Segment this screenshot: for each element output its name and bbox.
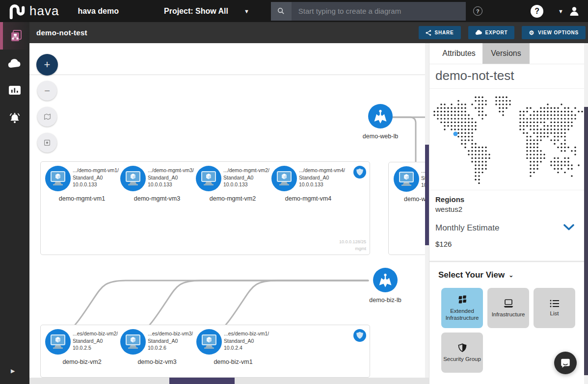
- bar-chart-icon: [8, 85, 21, 96]
- diagram-canvas[interactable]: + − demo-web-lb demo-biz-lb 10.0.0.128/2…: [29, 43, 429, 384]
- azure-vm-icon: [45, 166, 71, 191]
- view-tile-infrastructure[interactable]: Infrastructure: [487, 288, 529, 328]
- canvas-vscrollbar-thumb[interactable]: [425, 145, 429, 245]
- center-icon: [43, 138, 52, 147]
- sidebar-item-alerts[interactable]: [0, 104, 29, 132]
- region-value: westus2: [435, 205, 582, 213]
- nsg-shield-icon: [353, 329, 366, 342]
- panel-tabs: Attributes Versions: [429, 43, 588, 64]
- region-map: [430, 90, 587, 189]
- estimate-expand-chevron-icon[interactable]: [563, 224, 574, 232]
- top-bar: hava hava demo Project: Show All ▼ ? ? ▼: [0, 0, 588, 22]
- brand-name: hava: [29, 3, 59, 19]
- regions-label: Regions: [435, 195, 582, 204]
- diagram-title: demo-not-test: [36, 28, 87, 37]
- azure-vm-icon: [394, 166, 419, 192]
- help-icon[interactable]: ?: [531, 5, 543, 18]
- vm-details: ...es/demo-biz-vm2/ Standard_A0 10.0.2.5: [73, 330, 118, 352]
- tab-versions[interactable]: Versions: [482, 43, 530, 64]
- project-dropdown[interactable]: Project: Show All ▼: [164, 7, 249, 16]
- search-help-icon[interactable]: ?: [473, 6, 482, 16]
- vm-node[interactable]: .../demo-mgmt-vm2/ Standard_A0 10.0.0.13…: [196, 166, 269, 202]
- share-icon: [426, 30, 431, 36]
- azure-vm-icon: [120, 166, 146, 191]
- vm-node[interactable]: ...es/demo-biz-vm1/ Standard_A0 10.0.2.4…: [196, 329, 270, 365]
- cloud-export-icon: [475, 30, 482, 35]
- zoom-in-button[interactable]: +: [36, 54, 58, 76]
- vm-node[interactable]: ...es/demo-biz-vm2/ Standard_A0 10.0.2.5…: [45, 329, 119, 365]
- tab-attributes[interactable]: Attributes: [435, 43, 482, 64]
- zoom-out-button[interactable]: −: [37, 81, 57, 101]
- vm-details: .../demo-mgmt-vm2/ Standard_A0 10.0.0.13…: [223, 167, 269, 188]
- azure-vm-icon: [196, 329, 222, 355]
- chat-bubble-icon: [560, 357, 571, 369]
- chat-widget-button[interactable]: [554, 352, 577, 374]
- vm-node[interactable]: ...es/demo-biz-vm3/ Standard_A0 10.0.2.6…: [120, 329, 194, 365]
- monthly-estimate-label: Monthly Estimate: [435, 223, 499, 233]
- select-view-heading[interactable]: Select Your View ⌄: [438, 270, 588, 280]
- left-sidebar: ▶: [0, 22, 29, 384]
- vm-details: .../demo-mgmt-vm1/ Standard_A0 10.0.0.13…: [73, 167, 119, 188]
- view-options-button[interactable]: ⚙ VIEW OPTIONS: [522, 26, 586, 39]
- subnet-group-mgmt[interactable]: 10.0.0.128/25 mgmt .../demo-mgmt-vm1/ St…: [40, 161, 370, 255]
- hava-logo-icon: [8, 3, 27, 19]
- chevron-down-icon: ⌄: [508, 272, 513, 279]
- view-tile-list[interactable]: List: [534, 288, 575, 328]
- vm-node[interactable]: .../demo-mgmt-vm4/ Standard_A0 10.0.0.13…: [271, 166, 345, 202]
- diagram-toolbar: demo-not-test SHARE EXPORT ⚙ VIEW OPTION…: [29, 22, 588, 43]
- vm-node[interactable]: .../demo-mgmt-vm3/ Standard_A0 10.0.0.13…: [120, 166, 194, 202]
- account-chevron-icon[interactable]: ▼: [558, 8, 563, 14]
- diagram-search: [271, 2, 466, 21]
- azure-vm-icon: [196, 166, 221, 191]
- panel-title: demo-not-test: [429, 64, 588, 88]
- extended-infrastructure-icon: [457, 295, 468, 306]
- sidebar-item-stats[interactable]: [0, 77, 29, 104]
- vm-details: ...es/demo-biz-vm1/ Standard_A0 10.0.2.4: [224, 330, 269, 352]
- project-label: Project: Show All: [164, 7, 228, 16]
- map-icon: [43, 112, 52, 121]
- security-shield-icon: [457, 343, 468, 354]
- sidebar-item-cloud[interactable]: [0, 50, 29, 77]
- panel-scrollbar-thumb[interactable]: [584, 107, 588, 375]
- view-tile-extended-infrastructure[interactable]: Extended Infrastructure: [441, 288, 483, 328]
- diagrams-icon: [9, 29, 23, 43]
- vm-node[interactable]: .../demo-mgmt-vm1/ Standard_A0 10.0.0.13…: [45, 166, 119, 202]
- alarm-bell-icon: [8, 112, 22, 125]
- center-view-button[interactable]: [37, 133, 57, 153]
- user-icon[interactable]: [568, 5, 580, 17]
- vm-details: ...es/demo-biz-vm3/ Standard_A0 10.0.2.6: [148, 330, 193, 352]
- region-map-container: [429, 88, 588, 190]
- sidebar-item-environments[interactable]: [0, 22, 29, 50]
- vm-details: .../demo-mgmt-vm4/ Standard_A0 10.0.0.13…: [299, 167, 345, 188]
- fit-view-button[interactable]: [37, 107, 57, 127]
- cloud-icon: [7, 58, 22, 69]
- share-button[interactable]: SHARE: [419, 26, 461, 39]
- load-balancer-icon: [373, 285, 398, 294]
- subnet-group-biz[interactable]: ...es/demo-biz-vm2/ Standard_A0 10.0.2.5…: [40, 325, 370, 378]
- load-balancer-icon: [368, 122, 393, 130]
- hava-logo[interactable]: hava: [8, 3, 59, 19]
- search-icon: [271, 2, 292, 21]
- export-button[interactable]: EXPORT: [468, 26, 515, 39]
- nsg-shield-icon: [353, 166, 366, 179]
- attributes-panel: Attributes Versions demo-not-test Region…: [429, 43, 588, 384]
- gear-icon: ⚙: [529, 29, 535, 36]
- chevron-down-icon: ▼: [244, 8, 249, 14]
- subnet-label: 10.0.0.128/25 mgmt: [339, 239, 366, 252]
- sidebar-expand-icon[interactable]: ▶: [11, 368, 15, 374]
- load-balancer-node[interactable]: demo-web-lb: [362, 104, 399, 140]
- load-balancer-node[interactable]: demo-biz-lb: [362, 268, 409, 304]
- monthly-estimate-value: $126: [435, 240, 582, 248]
- search-input[interactable]: [292, 2, 466, 21]
- vm-node[interactable]: ... St 10 demo-we: [394, 166, 429, 203]
- vm-details: .../demo-mgmt-vm3/ Standard_A0 10.0.0.13…: [148, 167, 194, 188]
- azure-vm-icon: [45, 329, 71, 355]
- azure-vm-icon: [120, 329, 146, 355]
- workspace-name: hava demo: [78, 7, 119, 16]
- infrastructure-icon: [503, 298, 514, 309]
- view-tile-security-group[interactable]: Security Group: [441, 333, 483, 373]
- azure-vm-icon: [271, 166, 297, 191]
- canvas-hscrollbar-thumb[interactable]: [169, 378, 235, 384]
- list-icon: [549, 299, 560, 308]
- subnet-group-web[interactable]: ... St 10 demo-we: [388, 162, 429, 255]
